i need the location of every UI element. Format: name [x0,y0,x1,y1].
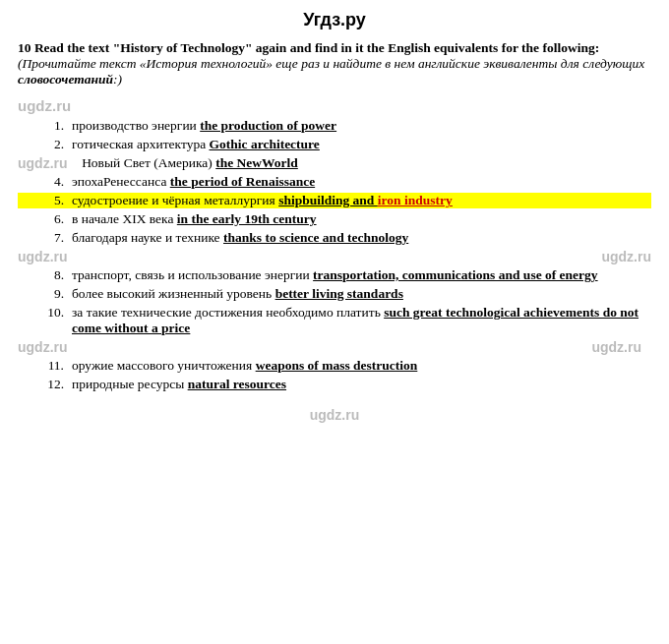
list-item: 12. природные ресурсы natural resources [18,377,651,392]
list-item: 1. производство энергии the production o… [18,118,651,134]
watermark-left: ugdz.ru [18,97,72,114]
item-number: 5. [18,193,72,208]
watermark-inline: ugdz.ru [18,249,72,264]
answers-list: 1. производство энергии the production o… [18,118,651,392]
list-item: ugdz.ru Новый Свет (Америка) the NewWorl… [18,155,651,171]
list-item: 6. в начале XIX века in the early 19th c… [18,211,651,227]
footer-watermark: ugdz.ru [18,407,651,423]
site-title: Угдз.ру [0,10,669,30]
item-content: в начале XIX века in the early 19th cent… [72,211,651,227]
item-content: природные ресурсы natural resources [72,377,651,392]
item-content: более высокий жизненный уровень better l… [72,286,651,302]
list-item: 9. более высокий жизненный уровень bette… [18,286,651,302]
item-number: 2. [18,137,72,152]
instruction-block: 10 Read the text "History of Technology"… [18,40,651,88]
list-item: 5. судостроение и чёрная металлургия shi… [18,193,651,208]
watermark-inline: ugdz.ru [18,155,72,171]
list-item: 10. за такие технические достижения необ… [18,305,651,336]
item-number: 6. [18,211,72,227]
watermark-list-item: ugdz.ru ugdz.ru [18,249,651,264]
item-number: 1. [18,118,72,134]
item-number: 10. [18,305,72,321]
item-number: 7. [18,230,72,246]
item-content: эпохаРенессанса the period of Renaissanc… [72,174,651,190]
list-item: 2. готическая архитектура Gothic archite… [18,137,651,152]
item-content: оружие массового уничтожения weapons of … [72,358,651,374]
watermark-inline: ugdz.ru [18,339,72,355]
item-content: Новый Свет (Америка) the NewWorld [72,155,651,171]
item-number: 4. [18,174,72,190]
instruction-italic: (Прочитайте текст «История технологий» е… [18,56,644,87]
list-item: 7. благодаря науке и технике thanks to s… [18,230,651,246]
watermark-inline-right: ugdz.ru [601,249,651,264]
list-item: 8. транспорт, связь и использование энер… [18,267,651,283]
item-content: транспорт, связь и использование энергии… [72,267,651,283]
instruction-number: 10 [18,40,31,55]
item-number: 11. [18,358,72,374]
list-item: 4. эпохаРенессанса the period of Renaiss… [18,174,651,190]
item-content: судостроение и чёрная металлургия shipbu… [72,193,651,208]
item-number: 12. [18,377,72,392]
item-content: за такие технические достижения необходи… [72,305,651,336]
instruction-bold: Read the text "History of Technology" ag… [34,40,599,55]
watermark-inline-right: ugdz.ru [591,339,641,355]
watermark-row-top: ugdz.ru [18,97,651,114]
list-item: 11. оружие массового уничтожения weapons… [18,358,651,374]
item-content: производство энергии the production of p… [72,118,651,134]
watermark-list-item: ugdz.ru ugdz.ru [18,339,651,355]
item-number: 9. [18,286,72,302]
item-number: 8. [18,267,72,283]
item-content: благодаря науке и технике thanks to scie… [72,230,651,246]
item-content: готическая архитектура Gothic architectu… [72,137,651,152]
